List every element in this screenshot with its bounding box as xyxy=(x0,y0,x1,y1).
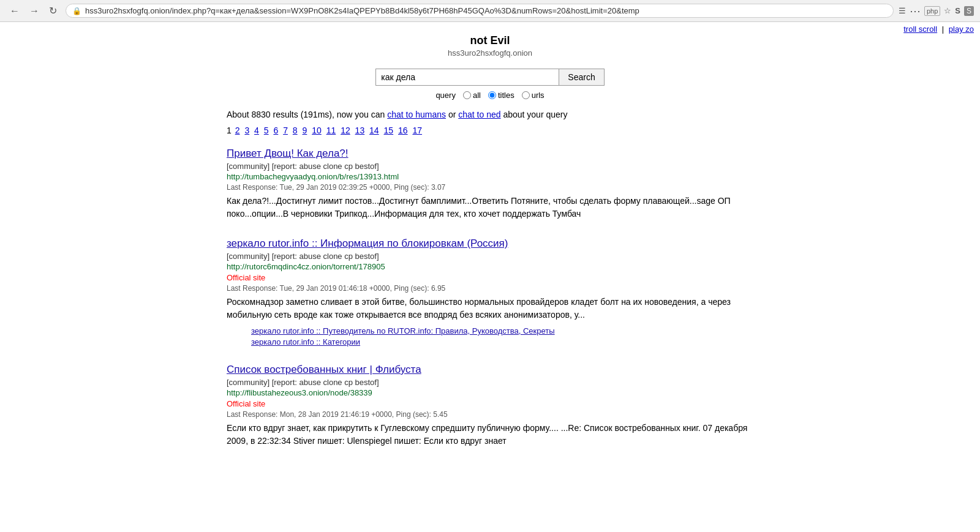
play-zo-link[interactable]: play zo xyxy=(949,24,974,34)
pagination-page[interactable]: 3 xyxy=(244,126,249,135)
result-item: Привет Двощ! Как дела?![community] [repo… xyxy=(227,148,753,220)
pagination-page[interactable]: 4 xyxy=(254,126,259,135)
user-icon[interactable]: S xyxy=(964,6,974,16)
search-row: Search xyxy=(375,69,604,86)
top-right-separator: | xyxy=(942,24,944,34)
option-urls[interactable]: urls xyxy=(522,91,545,100)
pagination-page[interactable]: 12 xyxy=(341,126,350,135)
troll-scroll-link[interactable]: troll scroll xyxy=(903,24,937,34)
search-area: Search query all titles urls xyxy=(227,69,753,100)
result-snippet: Как дела?!...Достигнут лимит постов...До… xyxy=(227,195,753,220)
result-meta: [community] [report: abuse clone cp best… xyxy=(227,162,753,171)
result-official-site: Official site xyxy=(227,273,753,282)
result-title: Список востребованных книг | Флибуста xyxy=(227,364,753,376)
result-ping: Last Response: Tue, 29 Jan 2019 01:46:18… xyxy=(227,284,753,293)
top-right-links: troll scroll | play zo xyxy=(903,24,974,34)
browser-actions: ☰ ⋯ php ☆ S S xyxy=(899,4,974,18)
php-icon: php xyxy=(924,6,940,16)
pagination-page[interactable]: 7 xyxy=(283,126,288,135)
result-url: http://flibustahezeous3.onion/node/38339 xyxy=(227,388,753,397)
address-bar[interactable]: 🔒 hss3uro2hsxfogfq.onion/index.php?q=как… xyxy=(66,4,894,18)
result-sub-link[interactable]: зеркало rutor.info :: Категории xyxy=(251,337,753,347)
result-meta: [community] [report: abuse clone cp best… xyxy=(227,252,753,261)
pagination-page[interactable]: 14 xyxy=(369,126,379,135)
site-title: not Evil xyxy=(227,34,753,47)
pagination-page[interactable]: 17 xyxy=(412,126,422,135)
chat-humans-link[interactable]: chat to humans xyxy=(387,110,446,119)
result-sub-links: зеркало rutor.info :: Путеводитель по RU… xyxy=(251,326,753,347)
results-count-text: About 8830 results (191ms), now you can xyxy=(227,110,385,119)
result-title-link[interactable]: Список востребованных книг | Флибуста xyxy=(227,364,421,375)
pagination-page[interactable]: 8 xyxy=(293,126,298,135)
reload-button[interactable]: ↻ xyxy=(45,4,61,18)
extensions-icon: ☰ xyxy=(899,6,906,15)
menu-dots-icon[interactable]: ⋯ xyxy=(910,4,921,18)
pagination: 1 2 3 4 5 6 7 8 9 10 11 12 13 14 15 16 1… xyxy=(227,126,753,135)
chat-ned-link[interactable]: chat to ned xyxy=(458,110,500,119)
result-sub-link[interactable]: зеркало rutor.info :: Путеводитель по RU… xyxy=(251,326,753,335)
results-container: Привет Двощ! Как дела?![community] [repo… xyxy=(227,148,753,448)
result-meta: [community] [report: abuse clone cp best… xyxy=(227,378,753,387)
pagination-page[interactable]: 15 xyxy=(384,126,394,135)
result-url: http://rutorc6mqdinc4cz.onion/torrent/17… xyxy=(227,262,753,271)
pagination-page[interactable]: 5 xyxy=(264,126,269,135)
pagination-page[interactable]: 10 xyxy=(312,126,322,135)
result-ping: Last Response: Mon, 28 Jan 2019 21:46:19… xyxy=(227,410,753,419)
result-item: Список востребованных книг | Флибуста[co… xyxy=(227,364,753,448)
pagination-current: 1 xyxy=(227,126,234,135)
address-text: hss3uro2hsxfogfq.onion/index.php?q=как+д… xyxy=(85,6,887,15)
urls-radio[interactable] xyxy=(522,91,530,99)
results-info: About 8830 results (191ms), now you can … xyxy=(227,110,753,119)
option-all[interactable]: all xyxy=(463,91,481,100)
pagination-page[interactable]: 11 xyxy=(326,126,336,135)
star-icon[interactable]: ☆ xyxy=(944,6,951,15)
result-item: зеркало rutor.info :: Информация по блок… xyxy=(227,238,753,347)
option-titles[interactable]: titles xyxy=(488,91,514,100)
search-input[interactable] xyxy=(375,69,559,86)
result-url: http://tumbachegvyaadyq.onion/b/res/1391… xyxy=(227,172,753,181)
result-title: Привет Двощ! Как дела?! xyxy=(227,148,753,160)
browser-chrome: ← → ↻ 🔒 hss3uro2hsxfogfq.onion/index.php… xyxy=(0,0,980,22)
result-title-link[interactable]: зеркало rutor.info :: Информация по блок… xyxy=(227,238,508,249)
pagination-page[interactable]: 2 xyxy=(235,126,240,135)
result-title: зеркало rutor.info :: Информация по блок… xyxy=(227,238,753,250)
site-domain: hss3uro2hsxfogfq.onion xyxy=(227,48,753,58)
profile-icon[interactable]: S xyxy=(955,6,960,15)
back-button[interactable]: ← xyxy=(6,4,23,18)
result-official-site: Official site xyxy=(227,399,753,408)
result-ping: Last Response: Tue, 29 Jan 2019 02:39:25… xyxy=(227,183,753,192)
all-label: all xyxy=(473,91,481,100)
pagination-page[interactable]: 9 xyxy=(303,126,307,135)
titles-radio[interactable] xyxy=(488,91,496,99)
search-button[interactable]: Search xyxy=(559,69,604,86)
query-label: query xyxy=(435,91,456,100)
urls-label: urls xyxy=(532,91,545,100)
all-radio[interactable] xyxy=(463,91,471,99)
pagination-page[interactable]: 13 xyxy=(355,126,365,135)
result-snippet: Роскомнадзор заметно сливает в этой битв… xyxy=(227,296,753,321)
lock-icon: 🔒 xyxy=(72,7,81,15)
pagination-page[interactable]: 16 xyxy=(398,126,408,135)
result-title-link[interactable]: Привет Двощ! Как дела?! xyxy=(227,148,349,159)
forward-button[interactable]: → xyxy=(26,4,43,18)
page-content: not Evil hss3uro2hsxfogfq.onion Search q… xyxy=(214,22,766,477)
pagination-page[interactable]: 6 xyxy=(273,126,278,135)
result-snippet: Если кто вдруг знает, как прикрутить к Г… xyxy=(227,422,753,448)
search-options: query all titles urls xyxy=(435,91,544,100)
titles-label: titles xyxy=(498,91,514,100)
nav-buttons: ← → ↻ xyxy=(6,4,61,18)
